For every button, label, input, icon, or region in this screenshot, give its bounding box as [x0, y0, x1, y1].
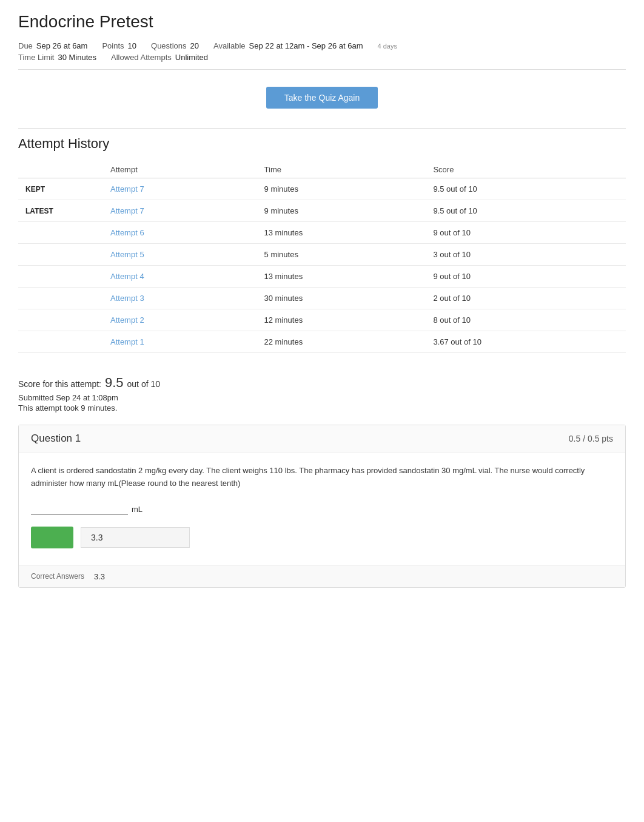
attempt-time: 9 minutes	[257, 178, 426, 200]
due-meta: Due Sep 26 at 6am	[18, 41, 87, 50]
page-title: Endocrine Pretest	[18, 12, 626, 32]
attempt-link-cell: Attempt 7	[103, 178, 257, 200]
attempt-took-text: This attempt took 9 minutes.	[18, 403, 626, 413]
attempt-history-title: Attempt History	[18, 136, 626, 152]
available-days: 4 days	[377, 42, 397, 50]
attempt-link[interactable]: Attempt 7	[110, 184, 144, 194]
attempt-history-table: Attempt Time Score KEPT Attempt 7 9 minu…	[18, 161, 626, 353]
time-limit-label: Time Limit	[18, 53, 54, 62]
questions-value: 20	[190, 41, 199, 50]
table-row: Attempt 2 12 minutes 8 out of 10	[18, 309, 626, 331]
score-suffix: out of 10	[127, 379, 161, 389]
points-meta: Points 10	[102, 41, 136, 50]
meta-row-2: Time Limit 30 Minutes Allowed Attempts U…	[18, 53, 626, 62]
blank-unit: mL	[132, 505, 143, 514]
due-value: Sep 26 at 6am	[36, 41, 88, 50]
attempt-label	[18, 222, 103, 244]
question-header: Question 1 0.5 / 0.5 pts	[19, 425, 625, 453]
attempt-label: KEPT	[18, 178, 103, 200]
time-limit-meta: Time Limit 30 Minutes	[18, 53, 96, 62]
question-title: Question 1	[31, 433, 81, 445]
attempt-score: 2 out of 10	[426, 288, 626, 309]
attempt-time: 12 minutes	[257, 309, 426, 331]
available-days-meta: 4 days	[377, 42, 397, 50]
table-row: Attempt 1 22 minutes 3.67 out of 10	[18, 331, 626, 353]
divider-2	[18, 128, 626, 129]
table-row: KEPT Attempt 7 9 minutes 9.5 out of 10	[18, 178, 626, 200]
score-section: Score for this attempt: 9.5 out of 10 Su…	[18, 375, 626, 413]
attempt-time: 30 minutes	[257, 288, 426, 309]
attempt-score: 8 out of 10	[426, 309, 626, 331]
attempt-score: 3.67 out of 10	[426, 331, 626, 353]
attempt-score: 9 out of 10	[426, 266, 626, 288]
correct-answers-label: Correct Answers	[31, 572, 84, 581]
attempt-time: 22 minutes	[257, 331, 426, 353]
student-answer-box: 3.3	[81, 527, 190, 548]
quiz-button-container: Take the Quiz Again	[18, 87, 626, 109]
attempt-link[interactable]: Attempt 6	[110, 228, 144, 237]
attempt-link[interactable]: Attempt 1	[110, 337, 144, 346]
take-quiz-button[interactable]: Take the Quiz Again	[266, 87, 378, 109]
points-label: Points	[102, 41, 124, 50]
correct-answers-row: Correct Answers 3.3	[19, 565, 625, 587]
attempt-label	[18, 266, 103, 288]
allowed-attempts-label: Allowed Attempts	[111, 53, 172, 62]
question-body: A client is ordered sandostatin 2 mg/kg …	[19, 453, 625, 565]
table-row: Attempt 4 13 minutes 9 out of 10	[18, 266, 626, 288]
correct-indicator	[31, 527, 73, 548]
table-row: LATEST Attempt 7 9 minutes 9.5 out of 10	[18, 200, 626, 222]
question-text: A client is ordered sandostatin 2 mg/kg …	[31, 465, 613, 490]
attempt-time: 13 minutes	[257, 266, 426, 288]
attempt-link-cell: Attempt 6	[103, 222, 257, 244]
attempt-label	[18, 309, 103, 331]
available-label: Available	[213, 41, 246, 50]
meta-row-1: Due Sep 26 at 6am Points 10 Questions 20…	[18, 41, 626, 50]
th-time: Time	[257, 161, 426, 178]
blank-underline	[31, 505, 128, 514]
table-header-row: Attempt Time Score	[18, 161, 626, 178]
attempt-label	[18, 244, 103, 266]
attempt-link[interactable]: Attempt 5	[110, 250, 144, 259]
attempt-link[interactable]: Attempt 2	[110, 315, 144, 325]
attempt-label	[18, 331, 103, 353]
th-score: Score	[426, 161, 626, 178]
table-row: Attempt 6 13 minutes 9 out of 10	[18, 222, 626, 244]
attempt-score: 9.5 out of 10	[426, 178, 626, 200]
th-empty	[18, 161, 103, 178]
attempt-link[interactable]: Attempt 4	[110, 272, 144, 281]
correct-answers-value: 3.3	[94, 572, 105, 581]
score-prefix: Score for this attempt:	[18, 379, 101, 389]
attempt-link-cell: Attempt 3	[103, 288, 257, 309]
attempt-score: 3 out of 10	[426, 244, 626, 266]
question-pts: 0.5 / 0.5 pts	[569, 434, 613, 443]
attempt-link-cell: Attempt 5	[103, 244, 257, 266]
attempt-time: 5 minutes	[257, 244, 426, 266]
attempt-link-cell: Attempt 1	[103, 331, 257, 353]
attempt-label	[18, 288, 103, 309]
questions-meta: Questions 20	[151, 41, 199, 50]
attempt-label: LATEST	[18, 200, 103, 222]
attempt-time: 13 minutes	[257, 222, 426, 244]
attempt-score: 9.5 out of 10	[426, 200, 626, 222]
table-row: Attempt 5 5 minutes 3 out of 10	[18, 244, 626, 266]
allowed-attempts-meta: Allowed Attempts Unlimited	[111, 53, 208, 62]
table-row: Attempt 3 30 minutes 2 out of 10	[18, 288, 626, 309]
attempt-link[interactable]: Attempt 3	[110, 294, 144, 303]
allowed-attempts-value: Unlimited	[175, 53, 208, 62]
score-value: 9.5	[105, 375, 124, 391]
available-value: Sep 22 at 12am - Sep 26 at 6am	[249, 41, 363, 50]
attempt-link-cell: Attempt 4	[103, 266, 257, 288]
attempt-score: 9 out of 10	[426, 222, 626, 244]
answer-box-row: 3.3	[31, 527, 613, 548]
th-attempt: Attempt	[103, 161, 257, 178]
due-label: Due	[18, 41, 33, 50]
attempt-link[interactable]: Attempt 7	[110, 206, 144, 215]
submitted-text: Submitted Sep 24 at 1:08pm	[18, 393, 626, 402]
available-meta: Available Sep 22 at 12am - Sep 26 at 6am	[213, 41, 363, 50]
time-limit-value: 30 Minutes	[58, 53, 96, 62]
divider-1	[18, 69, 626, 70]
score-line: Score for this attempt: 9.5 out of 10	[18, 375, 626, 391]
attempt-time: 9 minutes	[257, 200, 426, 222]
attempt-link-cell: Attempt 7	[103, 200, 257, 222]
question-card: Question 1 0.5 / 0.5 pts A client is ord…	[18, 425, 626, 588]
